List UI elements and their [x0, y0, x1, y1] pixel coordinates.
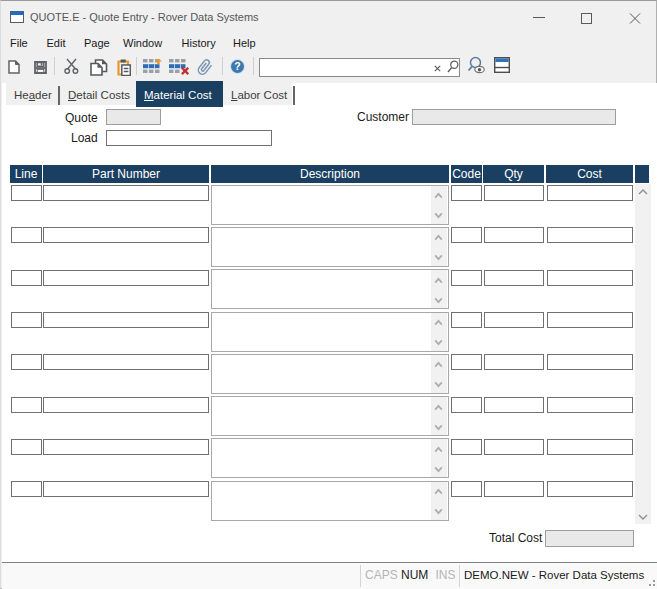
svg-text:?: ? [234, 60, 240, 72]
